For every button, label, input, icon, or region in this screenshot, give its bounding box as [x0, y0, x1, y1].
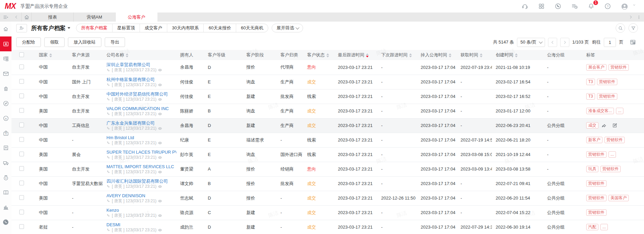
quick-filter-1[interactable]: 所有客户档案 [76, 24, 112, 32]
topbar-headset[interactable] [521, 3, 529, 10]
tag[interactable]: 营销软件 [586, 180, 606, 187]
eye-icon[interactable] [158, 83, 162, 87]
sidebar-item-product-bag[interactable] [0, 81, 11, 96]
sidebar-item-receipt[interactable] [0, 140, 11, 155]
sidebar-toggle[interactable] [0, 12, 11, 22]
company-link[interactable]: 广东永金兴集团有限公司 [106, 120, 176, 126]
sidebar-item-logistics-truck[interactable] [0, 155, 11, 170]
toolbar-button-3[interactable]: 放入回收站 [68, 37, 101, 47]
topbar-avatar[interactable] [621, 3, 628, 10]
sort-icon[interactable] [449, 53, 451, 57]
sidebar-item-knowledge-book[interactable] [0, 185, 11, 200]
quick-filter-3[interactable]: 成交客户 [140, 24, 167, 32]
touch-icon[interactable] [602, 124, 606, 127]
eye-icon[interactable] [158, 141, 162, 145]
quick-filter-6[interactable]: 60天无商机 [236, 24, 268, 32]
company-link[interactable]: DESMI [106, 222, 176, 228]
column-settings-button[interactable] [628, 38, 638, 47]
row-checkbox[interactable] [19, 210, 24, 214]
column-header[interactable]: 客户状态 [303, 50, 334, 60]
select-all-checkbox[interactable] [19, 52, 24, 57]
edit-icon[interactable] [612, 123, 618, 128]
eye-icon[interactable] [158, 199, 162, 203]
table-row[interactable]: 中国-Hm Bristol Ltd[ 唐英 ] 123(03/17 23:21)… [11, 133, 644, 147]
owner-filter-button[interactable] [16, 24, 27, 32]
quick-filter-2[interactable]: 星标置顶 [112, 24, 140, 32]
sidebar-item-report-chart[interactable] [0, 200, 11, 215]
sort-icon[interactable] [366, 53, 369, 57]
column-header[interactable]: 掉入公海时间 [417, 50, 457, 60]
tag[interactable]: 准备成交客... [586, 108, 614, 114]
tag[interactable]: T3 [586, 79, 595, 85]
tag[interactable]: 展会客户 [586, 64, 606, 71]
tag[interactable]: 营销软件 [600, 166, 621, 172]
row-checkbox[interactable] [19, 64, 24, 69]
eye-icon[interactable] [158, 170, 162, 174]
company-link[interactable]: SUPER TECH LACES TIRUPUR PVT LTD [106, 149, 176, 155]
tag[interactable]: 营销软件 [586, 209, 606, 216]
tab-back-button[interactable] [11, 12, 22, 22]
tag[interactable]: 营销软件 [609, 64, 629, 71]
topbar-chevron-down[interactable] [632, 3, 637, 10]
table-row[interactable]: 中国自主开发中国对外经济贸易信托有限公司[ 唐英 ] 123(03/17 23:… [11, 89, 644, 104]
table-row[interactable]: 中国-Kenzo[ 唐英 ] 123(03/17 23:21)骆贞源C新建-成交… [11, 205, 644, 220]
row-checkbox[interactable] [19, 166, 24, 171]
company-link[interactable]: MATTEL IMPORT SERVICES LLC [106, 164, 176, 170]
table-row[interactable]: 美国展会SUPER TECH LACES TIRUPUR PVT LTD[ 唐英… [11, 147, 644, 162]
topbar-whatsapp[interactable] [554, 3, 562, 10]
tag[interactable]: 营销软件 [597, 93, 617, 100]
table-row[interactable]: 中国国外 上门杭州中格富集团有限公司[ 唐英 ] 123(03/17 23:21… [11, 75, 644, 89]
tag[interactable]: 营销软件 [586, 195, 606, 201]
table-row[interactable]: 中国工商信息广东永金兴集团有限公司[ 唐英 ] 123(03/17 23:21)… [11, 118, 644, 133]
goto-page-input[interactable] [604, 38, 616, 47]
tab-1[interactable]: 报表 [32, 12, 74, 22]
table-row[interactable]: 美国自主开发MATTEL IMPORT SERVICES LLC[ 唐英 ] 1… [11, 162, 644, 176]
sidebar-item-home[interactable] [0, 22, 11, 36]
topbar-apps-grid[interactable] [538, 3, 545, 10]
tab-scroll-right-icon[interactable] [628, 15, 633, 20]
row-checkbox[interactable] [19, 79, 24, 84]
prev-page-button[interactable] [548, 38, 557, 47]
topbar-help[interactable]: ? [604, 3, 612, 10]
tag[interactable]: 汽配 [586, 224, 598, 230]
topbar-notification-bell[interactable]: 1 [588, 3, 595, 10]
column-header[interactable]: 国家 [35, 50, 68, 60]
tag[interactable]: 玩具 [586, 166, 598, 172]
company-link[interactable]: 杭州中格富集团有限公司 [106, 77, 176, 82]
sidebar-item-money-bag[interactable]: ¥ [0, 170, 11, 185]
column-header[interactable]: 最后跟进时间 [334, 50, 377, 60]
row-checkbox[interactable] [19, 152, 24, 156]
row-checkbox[interactable] [19, 224, 24, 229]
sidebar-item-org-structure[interactable] [0, 51, 11, 66]
tag[interactable]: 新客户 [586, 137, 602, 143]
tag[interactable]: 营销软件 [604, 137, 625, 143]
tag[interactable]: ... [600, 224, 608, 230]
sort-icon[interactable] [126, 53, 128, 57]
search-button[interactable] [616, 23, 625, 33]
row-checkbox[interactable] [19, 181, 24, 185]
column-header[interactable]: 下次跟进时间 [377, 50, 417, 60]
sidebar-item-customer-archive[interactable] [0, 36, 11, 51]
toolbar-button-4[interactable]: 导出 [105, 37, 125, 47]
tag[interactable]: 美国客户 [609, 195, 629, 201]
sidebar-item-circle-a[interactable]: A [0, 111, 11, 126]
page-size-select[interactable]: 50 条/页 [517, 38, 545, 47]
share-icon[interactable] [601, 123, 607, 128]
toolbar-button-2[interactable]: 领取 [44, 37, 65, 47]
next-page-button[interactable] [560, 38, 569, 47]
sort-icon[interactable] [515, 53, 518, 57]
column-header[interactable]: 获取时间 [457, 50, 492, 60]
tag[interactable]: T3 [586, 93, 595, 100]
tag[interactable]: 营销软件 [597, 79, 617, 85]
sort-icon[interactable] [49, 53, 52, 57]
sidebar-item-mail[interactable] [0, 66, 11, 81]
eye-icon[interactable] [158, 155, 162, 160]
tag[interactable]: ... [609, 151, 616, 158]
tab-more-icon[interactable] [637, 15, 641, 20]
expand-filter-button[interactable]: 展开筛选 [272, 24, 303, 32]
table-row[interactable]: 老挝-DESMI[ 唐英 ] 123(03/17 23:21)成韵兰D新建-成交… [11, 220, 644, 234]
eye-icon[interactable] [158, 184, 162, 189]
quick-filter-5[interactable]: 60天未报价 [203, 24, 236, 32]
eye-icon[interactable] [158, 213, 162, 218]
company-link[interactable]: VALOR COMMUNICATION INC [106, 106, 176, 111]
